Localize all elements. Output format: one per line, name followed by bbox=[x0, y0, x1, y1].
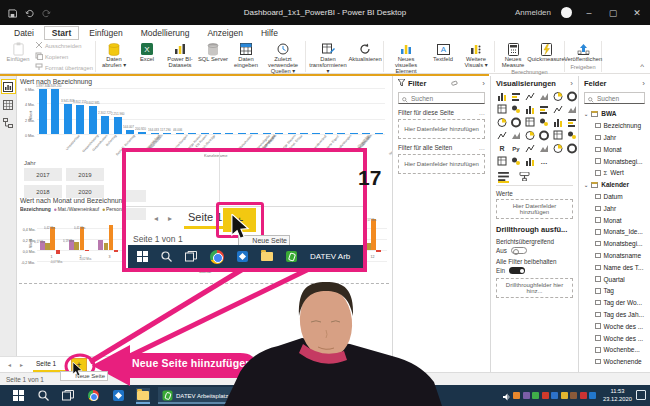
field-checkbox[interactable] bbox=[595, 147, 601, 153]
maximize-button[interactable]: ▢ bbox=[606, 8, 620, 18]
visual-type-icon[interactable] bbox=[524, 104, 536, 115]
values-dropzone[interactable]: Hier Datenfelder hinzufügen bbox=[496, 199, 573, 219]
task-view-icon[interactable] bbox=[185, 248, 197, 266]
field-checkbox[interactable] bbox=[595, 158, 601, 164]
ribbon-button-ver-ffentlichen[interactable]: Veröffentlichen bbox=[567, 41, 599, 62]
start-button[interactable] bbox=[11, 388, 25, 404]
field-checkbox[interactable] bbox=[595, 135, 601, 141]
visual-type-icon[interactable] bbox=[566, 130, 578, 141]
prev-page-arrow[interactable]: ◂ bbox=[8, 361, 11, 368]
bar-chart-wert-nach-bezeichnung[interactable]: Wert nach Bezeichnung6 Mio.4 Mio.2 Mio.0… bbox=[20, 78, 390, 155]
field-checkbox[interactable] bbox=[595, 288, 601, 294]
keep-filters-toggle[interactable] bbox=[509, 267, 525, 274]
visual-type-icon[interactable] bbox=[552, 143, 564, 154]
field-item[interactable]: Tag bbox=[584, 285, 645, 297]
tray-icon[interactable] bbox=[589, 392, 596, 399]
visual-type-icon[interactable] bbox=[510, 130, 522, 141]
ribbon-button-weitere-visuals[interactable]: Weitere Visuals ▾ bbox=[460, 41, 492, 68]
signin-button[interactable]: Anmelden bbox=[515, 8, 551, 17]
visual-type-icon[interactable] bbox=[538, 117, 550, 128]
visual-type-icon[interactable] bbox=[524, 156, 536, 167]
page-tab[interactable]: Seite 1 bbox=[36, 360, 56, 367]
notification-center-icon[interactable] bbox=[636, 390, 646, 400]
rail-report-view[interactable] bbox=[2, 80, 15, 93]
rail-data-view[interactable] bbox=[2, 98, 15, 111]
fields-tab-icon[interactable] bbox=[498, 172, 509, 183]
ribbon-button-excel[interactable]: XExcel bbox=[131, 41, 163, 62]
field-item[interactable]: Quartal bbox=[584, 273, 645, 285]
ribbon-tab-modellierung[interactable]: Modellierung bbox=[133, 26, 198, 40]
visual-type-icon[interactable] bbox=[538, 91, 550, 102]
field-item[interactable]: Woche des ... bbox=[584, 332, 645, 344]
filter-search-input[interactable] bbox=[411, 95, 481, 102]
close-button[interactable]: ✕ bbox=[630, 8, 644, 18]
ribbon-button-sql-server[interactable]: SQL Server bbox=[197, 41, 229, 62]
field-item[interactable]: Monatsname bbox=[584, 250, 645, 262]
field-item[interactable]: ΣWert bbox=[584, 167, 645, 179]
field-checkbox[interactable] bbox=[595, 170, 601, 176]
save-icon[interactable] bbox=[8, 4, 17, 22]
visual-type-icon[interactable] bbox=[524, 130, 536, 141]
visual-type-icon[interactable] bbox=[538, 104, 550, 115]
visual-type-icon[interactable] bbox=[524, 117, 536, 128]
visual-type-icon[interactable] bbox=[552, 104, 564, 115]
visual-type-icon[interactable] bbox=[538, 143, 550, 154]
search-icon[interactable] bbox=[161, 248, 172, 266]
field-item[interactable]: Monat bbox=[584, 143, 645, 155]
tray-icon[interactable] bbox=[551, 392, 558, 399]
slicer-option-2019[interactable]: 2019 bbox=[66, 168, 104, 181]
field-checkbox[interactable] bbox=[595, 217, 601, 223]
tray-icon[interactable] bbox=[561, 392, 568, 399]
field-checkbox[interactable] bbox=[595, 123, 601, 129]
visual-type-icon[interactable] bbox=[496, 156, 508, 167]
ribbon-tab-anzeigen[interactable]: Anzeigen bbox=[199, 26, 250, 40]
filter-dropzone[interactable]: Hier Datenfelder hinzufügen bbox=[398, 154, 485, 174]
fields-search-input[interactable] bbox=[597, 95, 641, 102]
visual-type-icon[interactable] bbox=[566, 143, 578, 154]
tray-icon[interactable] bbox=[580, 392, 587, 399]
tray-icon[interactable] bbox=[513, 392, 520, 399]
tray-icon[interactable] bbox=[542, 392, 549, 399]
field-checkbox[interactable] bbox=[595, 253, 601, 259]
visual-type-icon[interactable] bbox=[496, 117, 508, 128]
visual-type-icon[interactable] bbox=[510, 104, 522, 115]
field-item[interactable]: Woche des ... bbox=[584, 320, 645, 332]
visual-type-icon[interactable] bbox=[552, 130, 564, 141]
filter-dropzone[interactable]: Hier Datenfelder hinzufügen bbox=[398, 119, 485, 139]
field-item[interactable]: Monat bbox=[584, 214, 645, 226]
visual-type-icon[interactable] bbox=[510, 91, 522, 102]
field-item[interactable]: Name des T... bbox=[584, 261, 645, 273]
prev-page-arrow[interactable]: ◂ bbox=[154, 214, 158, 223]
visual-type-icon[interactable] bbox=[552, 117, 564, 128]
ribbon-button-textfeld[interactable]: ATextfeld bbox=[427, 41, 459, 62]
field-checkbox[interactable] bbox=[595, 276, 601, 282]
field-checkbox[interactable] bbox=[595, 194, 601, 200]
field-item[interactable]: Wochenende bbox=[584, 356, 645, 368]
visual-type-icon[interactable] bbox=[566, 104, 578, 115]
collapse-fields-icon[interactable]: › bbox=[642, 79, 645, 88]
field-item[interactable]: Wochenbe... bbox=[584, 344, 645, 356]
field-checkbox[interactable] bbox=[595, 300, 601, 306]
ribbon-button-daten-abrufen[interactable]: Daten abrufen ▾ bbox=[98, 41, 130, 68]
visual-type-icon[interactable]: R bbox=[496, 143, 508, 154]
ribbon-button-einf-gen[interactable]: Einfügen bbox=[2, 41, 34, 62]
minimize-button[interactable]: – bbox=[582, 8, 596, 18]
ribbon-button-daten-transformieren[interactable]: Daten transformieren ▾ bbox=[308, 41, 348, 74]
field-checkbox[interactable] bbox=[595, 323, 601, 329]
visual-type-icon[interactable] bbox=[496, 130, 508, 141]
undo-icon[interactable] bbox=[25, 4, 34, 22]
visual-type-icon[interactable] bbox=[510, 117, 522, 128]
field-checkbox[interactable] bbox=[595, 335, 601, 341]
field-checkbox[interactable] bbox=[595, 265, 601, 271]
volume-icon[interactable] bbox=[503, 387, 511, 405]
eraser-icon[interactable] bbox=[451, 79, 458, 88]
visual-type-icon[interactable]: Py bbox=[510, 143, 522, 154]
next-page-arrow[interactable]: ▸ bbox=[168, 214, 172, 223]
tray-icon[interactable] bbox=[532, 392, 539, 399]
field-checkbox[interactable] bbox=[595, 312, 601, 318]
format-tab-icon[interactable] bbox=[519, 172, 530, 183]
visual-type-icon[interactable] bbox=[496, 104, 508, 115]
fields-table-kalender[interactable]: ⌄Kalender bbox=[584, 179, 645, 191]
field-checkbox[interactable] bbox=[595, 347, 601, 353]
field-checkbox[interactable] bbox=[595, 206, 601, 212]
